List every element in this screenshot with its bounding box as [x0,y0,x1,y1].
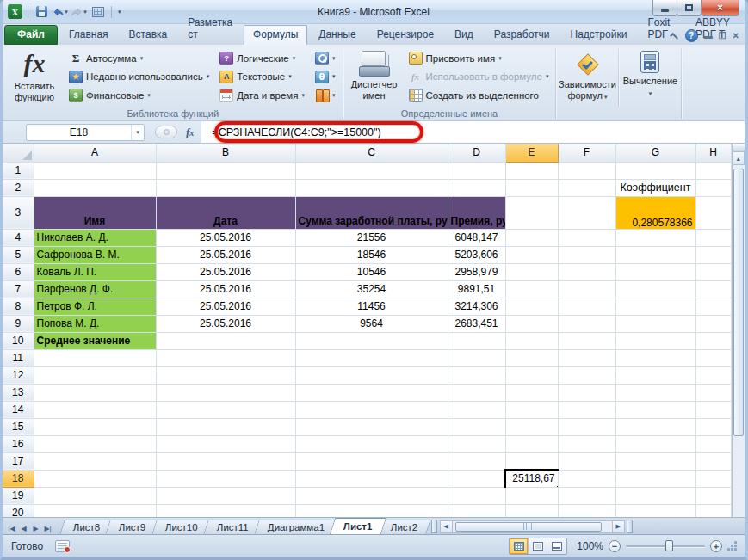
zoom-out-button[interactable]: − [609,540,621,552]
cell-A16[interactable] [34,435,156,452]
recently-used-button[interactable]: ★Недавно использовались▾ [66,68,212,86]
scroll-left-icon[interactable]: ◀ [440,520,453,533]
column-header-C[interactable]: C [295,144,448,162]
zoom-level[interactable]: 100% [572,540,603,552]
formula-auditing-button[interactable]: Зависимостиформул ▾ [559,47,615,108]
cell-H7[interactable] [695,280,731,298]
column-header-H[interactable]: H [695,144,731,162]
cell-G6[interactable] [615,263,695,280]
cell-D7[interactable]: 9891,51 [448,280,505,298]
cell-H17[interactable] [695,452,731,470]
cell-G7[interactable] [615,280,695,298]
cell-C10[interactable] [295,332,448,349]
cell-F11[interactable] [558,349,615,366]
more-functions-button[interactable]: ▾ [312,86,338,104]
cell-B20[interactable] [156,504,295,517]
tab-page-layout[interactable]: Разметка ст [178,13,242,45]
cell-F3[interactable] [558,196,615,229]
cell-C13[interactable] [295,384,448,401]
vertical-scrollbar[interactable]: ▲ [732,144,745,517]
autosum-button[interactable]: ΣАвтосумма▾ [66,49,212,67]
cell-A20[interactable] [34,504,156,517]
column-header-A[interactable]: A [34,144,156,162]
cell-C16[interactable] [295,435,448,452]
row-header-17[interactable]: 17 [3,452,34,470]
formula-bar-splitter[interactable] [155,126,177,138]
row-header-18[interactable]: 18 [3,470,34,487]
row-header-7[interactable]: 7 [3,280,34,298]
cell-G18[interactable] [615,470,695,487]
cell-G11[interactable] [615,349,695,366]
cell-A9[interactable]: Попова М. Д. [34,315,156,332]
normal-view-button[interactable] [510,538,529,554]
cell-F6[interactable] [558,263,615,280]
vertical-scroll-track[interactable] [733,165,745,517]
cell-G19[interactable] [615,487,695,504]
row-header-5[interactable]: 5 [3,246,34,263]
scrollbar-splitter[interactable] [627,520,633,533]
row-header-4[interactable]: 4 [3,229,34,246]
cell-D1[interactable] [448,162,505,179]
cell-C7[interactable]: 35254 [295,280,448,298]
cell-H13[interactable] [695,384,731,401]
cell-F2[interactable] [558,179,615,196]
date-time-button[interactable]: Дата и время▾ [217,86,307,104]
cell-A5[interactable]: Сафронова В. М. [34,246,156,263]
cell-C14[interactable] [295,401,448,418]
page-layout-view-button[interactable] [529,538,547,554]
page-break-view-button[interactable] [547,538,566,554]
cell-C15[interactable] [295,418,448,435]
tab-home[interactable]: Главная [59,25,118,45]
cell-C5[interactable]: 18546 [295,246,448,263]
cell-A1[interactable] [34,162,156,179]
row-header-1[interactable]: 1 [3,162,34,179]
cell-F9[interactable] [558,315,615,332]
cell-E6[interactable] [505,263,558,280]
cell-F7[interactable] [558,280,615,298]
cell-D9[interactable]: 2683,451 [448,315,505,332]
cell-B8[interactable]: 25.05.2016 [156,298,295,315]
cell-F14[interactable] [558,401,615,418]
cell-A17[interactable] [34,452,156,470]
cell-D3[interactable]: Премия, руб [448,196,505,229]
cell-E19[interactable] [505,487,558,504]
cell-H19[interactable] [695,487,731,504]
horizontal-scroll-thumb[interactable] [455,522,602,532]
cell-E11[interactable] [505,349,558,366]
cell-B1[interactable] [156,162,295,179]
cell-C9[interactable]: 9564 [295,315,448,332]
cell-C4[interactable]: 21556 [295,229,448,246]
row-header-10[interactable]: 10 [3,332,34,349]
cell-F13[interactable] [558,384,615,401]
cell-H5[interactable] [695,246,731,263]
cell-B19[interactable] [156,487,295,504]
cell-F1[interactable] [558,162,615,179]
cell-E4[interactable] [505,229,558,246]
row-header-19[interactable]: 19 [3,487,34,504]
column-header-F[interactable]: F [558,144,615,162]
cell-B10[interactable] [156,332,295,349]
cell-B4[interactable]: 25.05.2016 [156,229,295,246]
name-box-dropdown-icon[interactable]: ▾ [131,125,144,140]
cell-E9[interactable] [505,315,558,332]
cell-G14[interactable] [615,401,695,418]
row-header-3[interactable]: 3 [3,196,34,229]
cell-H15[interactable] [695,418,731,435]
cell-H16[interactable] [695,435,731,452]
cell-F10[interactable] [558,332,615,349]
cell-F12[interactable] [558,366,615,384]
cell-B12[interactable] [156,366,295,384]
row-header-9[interactable]: 9 [3,315,34,332]
cell-H10[interactable] [695,332,731,349]
cell-D6[interactable]: 2958,979 [448,263,505,280]
column-header-E[interactable]: E [505,144,558,162]
cell-B5[interactable]: 25.05.2016 [156,246,295,263]
cell-C17[interactable] [295,452,448,470]
cell-G12[interactable] [615,366,695,384]
vertical-scroll-thumb[interactable] [733,169,745,436]
sheet-tab-diagramma1[interactable]: Диаграмма1 [254,520,338,534]
cell-F8[interactable] [558,298,615,315]
cell-A14[interactable] [34,401,156,418]
resize-grip[interactable] [727,541,738,551]
cell-A3[interactable]: Имя [34,196,156,229]
